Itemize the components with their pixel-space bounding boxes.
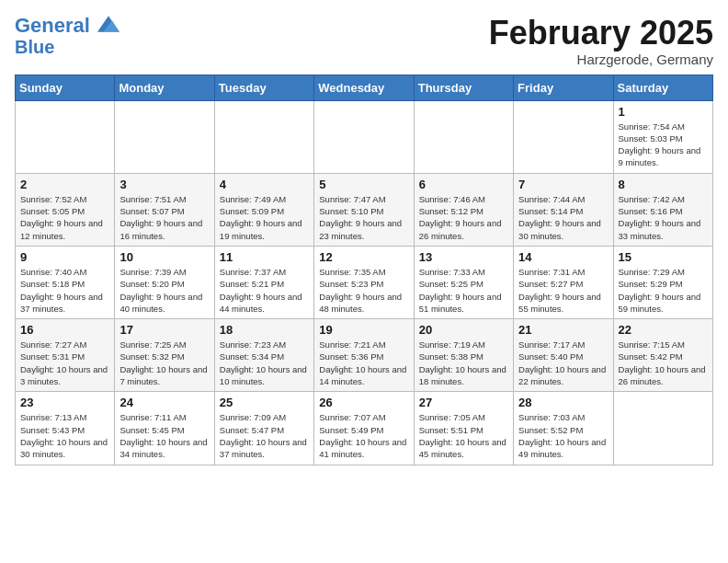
calendar-week-row: 1Sunrise: 7:54 AM Sunset: 5:03 PM Daylig…: [16, 100, 713, 173]
day-info: Sunrise: 7:19 AM Sunset: 5:38 PM Dayligh…: [419, 339, 508, 387]
day-number: 22: [619, 323, 708, 337]
day-info: Sunrise: 7:11 AM Sunset: 5:45 PM Dayligh…: [119, 411, 209, 460]
day-info: Sunrise: 7:09 AM Sunset: 5:47 PM Dayligh…: [220, 411, 309, 460]
day-number: 7: [518, 178, 608, 191]
day-number: 5: [319, 178, 408, 191]
weekday-header-monday: Monday: [115, 75, 214, 100]
day-info: Sunrise: 7:27 AM Sunset: 5:31 PM Dayligh…: [20, 339, 109, 387]
calendar-cell: 16Sunrise: 7:27 AM Sunset: 5:31 PM Dayli…: [16, 319, 115, 392]
calendar-cell: 17Sunrise: 7:25 AM Sunset: 5:32 PM Dayli…: [115, 319, 214, 392]
logo-icon: [97, 16, 119, 32]
calendar-cell: 3Sunrise: 7:51 AM Sunset: 5:07 PM Daylig…: [115, 173, 214, 246]
weekday-header-sunday: Sunday: [16, 75, 115, 100]
calendar-cell: 13Sunrise: 7:33 AM Sunset: 5:25 PM Dayli…: [414, 246, 513, 318]
calendar-cell: [613, 392, 712, 465]
day-info: Sunrise: 7:47 AM Sunset: 5:10 PM Dayligh…: [319, 193, 408, 242]
calendar-cell: 23Sunrise: 7:13 AM Sunset: 5:43 PM Dayli…: [16, 392, 115, 465]
day-number: 3: [119, 178, 209, 191]
calendar-cell: 28Sunrise: 7:03 AM Sunset: 5:52 PM Dayli…: [514, 392, 613, 465]
day-number: 11: [220, 250, 309, 264]
day-number: 18: [220, 323, 309, 337]
calendar-cell: 1Sunrise: 7:54 AM Sunset: 5:03 PM Daylig…: [613, 100, 712, 173]
calendar-week-row: 16Sunrise: 7:27 AM Sunset: 5:31 PM Dayli…: [16, 319, 713, 392]
day-info: Sunrise: 7:15 AM Sunset: 5:42 PM Dayligh…: [619, 339, 708, 387]
calendar-cell: [414, 100, 513, 173]
day-info: Sunrise: 7:42 AM Sunset: 5:16 PM Dayligh…: [619, 193, 708, 242]
weekday-header-row: SundayMondayTuesdayWednesdayThursdayFrid…: [16, 75, 713, 100]
day-number: 24: [119, 396, 209, 409]
day-number: 21: [518, 323, 608, 337]
calendar-cell: [214, 100, 313, 173]
day-number: 14: [518, 250, 608, 264]
calendar-cell: 12Sunrise: 7:35 AM Sunset: 5:23 PM Dayli…: [314, 246, 414, 318]
day-info: Sunrise: 7:25 AM Sunset: 5:32 PM Dayligh…: [119, 339, 209, 387]
calendar-cell: 27Sunrise: 7:05 AM Sunset: 5:51 PM Dayli…: [414, 392, 513, 465]
calendar-cell: [115, 100, 214, 173]
calendar-cell: [514, 100, 613, 173]
calendar-week-row: 23Sunrise: 7:13 AM Sunset: 5:43 PM Dayli…: [16, 392, 713, 465]
calendar-cell: 9Sunrise: 7:40 AM Sunset: 5:18 PM Daylig…: [16, 246, 115, 318]
day-info: Sunrise: 7:35 AM Sunset: 5:23 PM Dayligh…: [319, 266, 408, 315]
calendar-cell: 25Sunrise: 7:09 AM Sunset: 5:47 PM Dayli…: [214, 392, 313, 465]
day-number: 10: [119, 250, 209, 264]
day-info: Sunrise: 7:54 AM Sunset: 5:03 PM Dayligh…: [619, 121, 708, 169]
day-info: Sunrise: 7:40 AM Sunset: 5:18 PM Dayligh…: [20, 266, 109, 315]
day-info: Sunrise: 7:05 AM Sunset: 5:51 PM Dayligh…: [419, 411, 508, 460]
calendar-cell: 10Sunrise: 7:39 AM Sunset: 5:20 PM Dayli…: [115, 246, 214, 318]
calendar-cell: 4Sunrise: 7:49 AM Sunset: 5:09 PM Daylig…: [214, 173, 313, 246]
weekday-header-friday: Friday: [514, 75, 613, 100]
day-number: 28: [518, 396, 608, 409]
day-number: 2: [20, 178, 109, 191]
day-number: 13: [419, 250, 508, 264]
day-number: 27: [419, 396, 508, 409]
day-info: Sunrise: 7:21 AM Sunset: 5:36 PM Dayligh…: [319, 339, 408, 387]
day-number: 9: [20, 250, 109, 264]
calendar-cell: [16, 100, 115, 173]
day-info: Sunrise: 7:23 AM Sunset: 5:34 PM Dayligh…: [220, 339, 309, 387]
title-block: February 2025 Harzgerode, Germany: [489, 15, 713, 67]
calendar-cell: 19Sunrise: 7:21 AM Sunset: 5:36 PM Dayli…: [314, 319, 414, 392]
calendar-cell: 14Sunrise: 7:31 AM Sunset: 5:27 PM Dayli…: [514, 246, 613, 318]
day-number: 12: [319, 250, 408, 264]
day-number: 17: [119, 323, 209, 337]
day-number: 19: [319, 323, 408, 337]
logo: General Blue: [15, 15, 119, 57]
day-info: Sunrise: 7:44 AM Sunset: 5:14 PM Dayligh…: [518, 193, 608, 242]
calendar-cell: 2Sunrise: 7:52 AM Sunset: 5:05 PM Daylig…: [16, 173, 115, 246]
calendar-cell: 20Sunrise: 7:19 AM Sunset: 5:38 PM Dayli…: [414, 319, 513, 392]
day-info: Sunrise: 7:13 AM Sunset: 5:43 PM Dayligh…: [20, 411, 109, 460]
calendar-cell: 22Sunrise: 7:15 AM Sunset: 5:42 PM Dayli…: [613, 319, 712, 392]
calendar-week-row: 2Sunrise: 7:52 AM Sunset: 5:05 PM Daylig…: [16, 173, 713, 246]
logo-blue-text: Blue: [15, 37, 119, 57]
day-info: Sunrise: 7:29 AM Sunset: 5:29 PM Dayligh…: [619, 266, 708, 315]
day-info: Sunrise: 7:51 AM Sunset: 5:07 PM Dayligh…: [119, 193, 209, 242]
calendar-cell: 7Sunrise: 7:44 AM Sunset: 5:14 PM Daylig…: [514, 173, 613, 246]
day-info: Sunrise: 7:33 AM Sunset: 5:25 PM Dayligh…: [419, 266, 508, 315]
weekday-header-tuesday: Tuesday: [214, 75, 313, 100]
calendar-cell: 8Sunrise: 7:42 AM Sunset: 5:16 PM Daylig…: [613, 173, 712, 246]
day-number: 25: [220, 396, 309, 409]
location-subtitle: Harzgerode, Germany: [489, 52, 713, 67]
calendar-cell: [314, 100, 414, 173]
calendar-cell: 21Sunrise: 7:17 AM Sunset: 5:40 PM Dayli…: [514, 319, 613, 392]
day-number: 23: [20, 396, 109, 409]
day-info: Sunrise: 7:17 AM Sunset: 5:40 PM Dayligh…: [518, 339, 608, 387]
day-info: Sunrise: 7:07 AM Sunset: 5:49 PM Dayligh…: [319, 411, 408, 460]
day-number: 26: [319, 396, 408, 409]
calendar-cell: 24Sunrise: 7:11 AM Sunset: 5:45 PM Dayli…: [115, 392, 214, 465]
day-number: 8: [619, 178, 708, 191]
day-number: 15: [619, 250, 708, 264]
weekday-header-saturday: Saturday: [613, 75, 712, 100]
day-number: 16: [20, 323, 109, 337]
day-number: 20: [419, 323, 508, 337]
month-title: February 2025: [489, 15, 713, 52]
calendar-cell: 11Sunrise: 7:37 AM Sunset: 5:21 PM Dayli…: [214, 246, 313, 318]
page-header: General Blue February 2025 Harzgerode, G…: [15, 15, 713, 67]
calendar-week-row: 9Sunrise: 7:40 AM Sunset: 5:18 PM Daylig…: [16, 246, 713, 318]
day-number: 6: [419, 178, 508, 191]
calendar-cell: 18Sunrise: 7:23 AM Sunset: 5:34 PM Dayli…: [214, 319, 313, 392]
weekday-header-wednesday: Wednesday: [314, 75, 414, 100]
calendar-cell: 6Sunrise: 7:46 AM Sunset: 5:12 PM Daylig…: [414, 173, 513, 246]
weekday-header-thursday: Thursday: [414, 75, 513, 100]
day-info: Sunrise: 7:39 AM Sunset: 5:20 PM Dayligh…: [119, 266, 209, 315]
